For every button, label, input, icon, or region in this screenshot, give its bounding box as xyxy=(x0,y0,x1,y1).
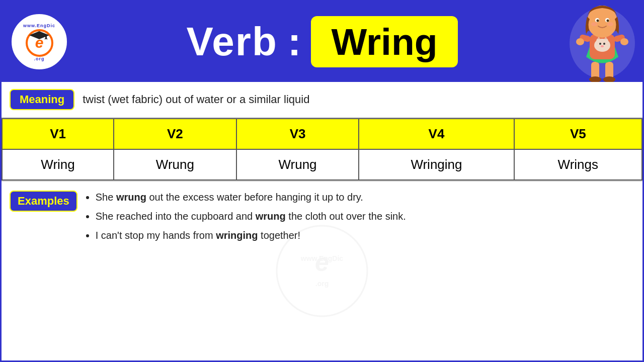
svg-point-27 xyxy=(591,22,597,26)
examples-row: www.EngDic e .org Examples She wrung out… xyxy=(2,182,642,360)
example-1-bold: wrung xyxy=(116,192,146,203)
svg-point-14 xyxy=(599,43,601,45)
meaning-text: twist (wet fabric) out of water or a sim… xyxy=(83,93,309,106)
svg-point-16 xyxy=(601,45,604,47)
val-v4: Wringing xyxy=(359,149,514,180)
example-item-2: She reached into the cupboard and wrung … xyxy=(96,208,406,225)
grad-cap-icon xyxy=(29,30,49,39)
verb-forms-table-wrapper: V1 V2 V3 V4 V5 Wring Wrung Wrung Wringin… xyxy=(2,118,642,182)
logo-url-top: www.EngDic xyxy=(23,21,55,28)
val-v5: Wrings xyxy=(514,149,642,180)
svg-point-20 xyxy=(620,38,628,45)
character-illustration xyxy=(567,4,637,82)
header-word-box: Wring xyxy=(311,16,457,67)
logo: www.EngDic e .org xyxy=(12,14,67,69)
svg-point-26 xyxy=(607,20,609,22)
svg-point-19 xyxy=(576,38,584,45)
col-v5: V5 xyxy=(514,119,642,149)
logo-url-bottom: .org xyxy=(34,57,45,63)
col-v1: V1 xyxy=(2,119,114,149)
header-title-group: Verb : Wring xyxy=(186,16,457,67)
header-colon: : xyxy=(288,19,301,65)
svg-point-25 xyxy=(597,20,599,22)
col-v3: V3 xyxy=(236,119,359,149)
example-3-suffix: together! xyxy=(258,230,301,241)
svg-text:.org: .org xyxy=(315,280,329,288)
examples-badge: Examples xyxy=(10,191,77,212)
example-2-suffix: the cloth out over the sink. xyxy=(286,211,406,222)
page-wrapper: www.EngDic e .org Verb : Wring xyxy=(0,0,644,362)
svg-rect-2 xyxy=(44,39,48,39)
svg-point-28 xyxy=(607,22,613,26)
examples-list: She wrung out the excess water before ha… xyxy=(86,189,406,246)
val-v2: Wrung xyxy=(114,149,236,180)
example-item-3: I can't stop my hands from wringing toge… xyxy=(96,227,406,244)
svg-rect-1 xyxy=(45,35,47,39)
header: www.EngDic e .org Verb : Wring xyxy=(2,2,642,82)
meaning-badge: Meaning xyxy=(10,89,74,110)
val-v3: Wrung xyxy=(236,149,359,180)
svg-text:e: e xyxy=(315,248,329,277)
example-3-prefix: I can't stop my hands from xyxy=(96,230,216,241)
example-1-prefix: She xyxy=(96,192,116,203)
col-v2: V2 xyxy=(114,119,236,149)
example-2-bold: wrung xyxy=(256,211,286,222)
col-v4: V4 xyxy=(359,119,514,149)
verb-forms-table: V1 V2 V3 V4 V5 Wring Wrung Wrung Wringin… xyxy=(2,118,642,180)
meaning-row: Meaning twist (wet fabric) out of water … xyxy=(2,82,642,118)
svg-text:www.EngDic: www.EngDic xyxy=(300,254,343,262)
example-2-prefix: She reached into the cupboard and xyxy=(96,211,256,222)
example-1-suffix: out the excess water before hanging it u… xyxy=(146,192,363,203)
val-v1: Wring xyxy=(2,149,114,180)
header-verb-label: Verb xyxy=(186,19,277,65)
logo-e-circle: e xyxy=(26,29,53,57)
example-3-bold: wringing xyxy=(216,230,258,241)
svg-point-15 xyxy=(603,43,605,45)
header-word: Wring xyxy=(331,20,437,63)
example-item-1: She wrung out the excess water before ha… xyxy=(96,189,406,206)
